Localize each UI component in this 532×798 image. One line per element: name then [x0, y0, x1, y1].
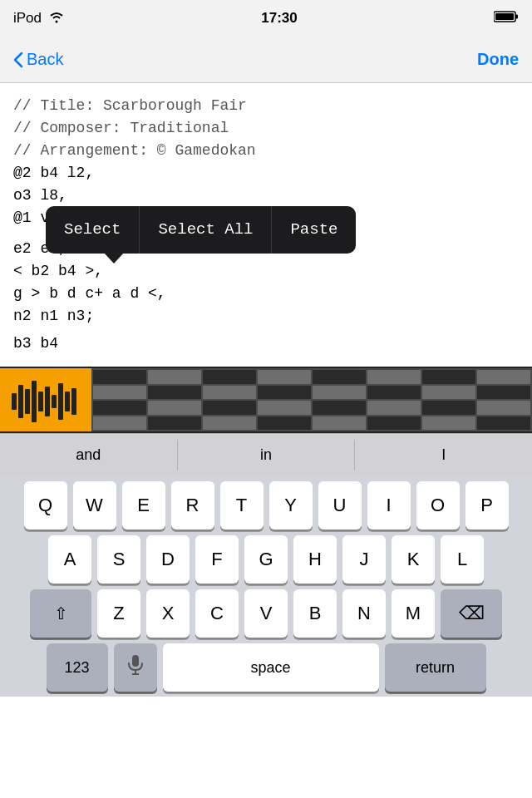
- return-key[interactable]: return: [385, 643, 486, 692]
- svg-rect-5: [25, 389, 30, 414]
- key-o[interactable]: O: [416, 481, 460, 530]
- numbers-key[interactable]: 123: [47, 643, 108, 692]
- editor-line-9: g > b d c+ a d <,: [13, 283, 519, 305]
- svg-rect-4: [18, 385, 23, 418]
- status-bar: iPod 17:30: [0, 0, 532, 37]
- editor-line-10: n2 n1 n3;: [13, 305, 519, 328]
- editor-line-1: // Title: Scarborough Fair: [13, 95, 519, 117]
- key-l[interactable]: L: [441, 535, 484, 584]
- status-left: iPod: [13, 10, 65, 27]
- editor-line-11: b3 b4: [13, 332, 519, 355]
- shift-icon: ⇧: [54, 603, 68, 623]
- keyboard-row-2: A S D F G H J K L: [2, 535, 530, 584]
- svg-rect-1: [515, 14, 518, 18]
- context-menu-paste[interactable]: Paste: [272, 206, 356, 254]
- autocomplete-in[interactable]: in: [178, 440, 356, 470]
- context-menu-select-all[interactable]: Select All: [140, 206, 272, 254]
- key-d[interactable]: D: [146, 535, 190, 584]
- svg-rect-6: [32, 381, 37, 422]
- editor-area[interactable]: // Title: Scarborough Fair // Composer: …: [0, 83, 532, 367]
- delete-key[interactable]: ⌫: [441, 589, 502, 638]
- key-z[interactable]: Z: [97, 589, 140, 638]
- battery-icon: [494, 10, 519, 27]
- mic-key[interactable]: [114, 643, 157, 692]
- space-label: space: [250, 659, 290, 677]
- svg-rect-3: [12, 393, 17, 410]
- keyboard-row-3: ⇧ Z X C V B N M ⌫: [2, 589, 530, 638]
- key-a[interactable]: A: [48, 535, 91, 584]
- mic-icon: [127, 655, 144, 680]
- keyboard-row-4: 123 space return: [2, 643, 530, 692]
- nav-bar: Back Done: [0, 37, 532, 83]
- svg-rect-7: [38, 392, 43, 411]
- editor-line-3: // Arrangement: © Gamedokan: [13, 140, 519, 162]
- svg-rect-9: [52, 395, 57, 408]
- waveform-display: [0, 368, 91, 433]
- autocomplete-and[interactable]: and: [0, 440, 178, 470]
- key-b[interactable]: B: [293, 589, 337, 638]
- key-t[interactable]: T: [220, 481, 264, 530]
- key-w[interactable]: W: [73, 481, 116, 530]
- key-r[interactable]: R: [171, 481, 214, 530]
- autocomplete-i[interactable]: I: [355, 440, 532, 470]
- autocomplete-bar: and in I: [0, 433, 532, 476]
- editor-line-2: // Composer: Traditional: [13, 117, 519, 140]
- context-menu-select[interactable]: Select: [46, 206, 140, 254]
- key-q[interactable]: Q: [24, 481, 67, 530]
- key-s[interactable]: S: [97, 535, 140, 584]
- status-right: [494, 10, 519, 27]
- piano-keys: [0, 368, 91, 433]
- key-n[interactable]: N: [342, 589, 386, 638]
- svg-rect-10: [58, 383, 63, 420]
- key-g[interactable]: G: [244, 535, 288, 584]
- space-key[interactable]: space: [163, 643, 379, 692]
- key-y[interactable]: Y: [269, 481, 313, 530]
- editor-line-5: o3 l8,: [13, 185, 519, 207]
- wifi-icon: [48, 10, 65, 27]
- key-u[interactable]: U: [318, 481, 362, 530]
- time-display: 17:30: [261, 10, 297, 27]
- svg-rect-11: [65, 392, 70, 411]
- back-label: Back: [27, 50, 63, 69]
- context-menu: Select Select All Paste: [46, 206, 356, 254]
- key-j[interactable]: J: [342, 535, 386, 584]
- return-label: return: [416, 659, 455, 677]
- editor-line-8: < b2 b4 >,: [13, 260, 519, 283]
- key-x[interactable]: X: [146, 589, 190, 638]
- piano-roll-grid: [91, 368, 532, 431]
- key-k[interactable]: K: [392, 535, 435, 584]
- key-f[interactable]: F: [195, 535, 239, 584]
- key-i[interactable]: I: [367, 481, 411, 530]
- key-m[interactable]: M: [392, 589, 435, 638]
- keyboard-row-1: Q W E R T Y U I O P: [2, 481, 530, 530]
- piano-roll: [0, 367, 532, 433]
- key-h[interactable]: H: [293, 535, 337, 584]
- key-e[interactable]: E: [122, 481, 165, 530]
- svg-rect-2: [495, 13, 514, 20]
- back-button[interactable]: Back: [13, 50, 63, 69]
- key-p[interactable]: P: [466, 481, 509, 530]
- numbers-label: 123: [64, 659, 89, 677]
- editor-line-4: @2 b4 l2,: [13, 162, 519, 185]
- key-c[interactable]: C: [195, 589, 239, 638]
- svg-rect-8: [45, 387, 50, 416]
- svg-rect-12: [71, 388, 76, 415]
- delete-icon: ⌫: [459, 603, 485, 624]
- svg-rect-13: [132, 655, 139, 667]
- shift-key[interactable]: ⇧: [30, 589, 91, 638]
- done-button[interactable]: Done: [477, 50, 519, 69]
- device-label: iPod: [13, 10, 42, 27]
- key-v[interactable]: V: [244, 589, 288, 638]
- keyboard: Q W E R T Y U I O P A S D F G H J K L ⇧ …: [0, 476, 532, 697]
